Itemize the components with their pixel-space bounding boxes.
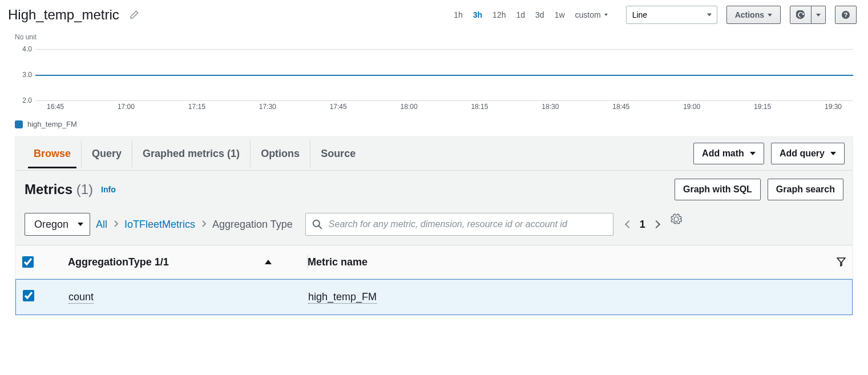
filter-icon[interactable] bbox=[837, 257, 846, 267]
metrics-title-text: Metrics bbox=[25, 182, 72, 197]
x-tick: 18:30 bbox=[542, 103, 559, 111]
graph-search-button[interactable]: Graph search bbox=[768, 179, 843, 200]
chart-type-select[interactable]: Line bbox=[626, 6, 717, 24]
x-tick: 18:45 bbox=[612, 103, 629, 111]
x-tick: 16:45 bbox=[47, 103, 64, 111]
add-query-label: Add query bbox=[780, 148, 825, 159]
x-tick: 18:15 bbox=[471, 103, 488, 111]
caret-down-icon bbox=[750, 152, 756, 155]
settings-icon[interactable] bbox=[671, 213, 682, 225]
chevron-right-icon bbox=[113, 220, 119, 229]
time-range-selector: 1h 3h 12h 1d 3d 1w custom bbox=[450, 8, 611, 22]
time-1w[interactable]: 1w bbox=[551, 8, 568, 22]
chart-data-line bbox=[35, 75, 853, 76]
tab-query[interactable]: Query bbox=[82, 140, 132, 168]
x-tick: 19:00 bbox=[683, 103, 700, 111]
time-12h[interactable]: 12h bbox=[489, 8, 509, 22]
x-tick: 19:15 bbox=[754, 103, 771, 111]
caret-down-icon bbox=[816, 14, 821, 17]
time-custom-label: custom bbox=[575, 10, 601, 19]
metric-chart: 4.0 3.0 2.0 16:45 17:00 17:15 17:30 17:4… bbox=[15, 43, 853, 118]
tab-options[interactable]: Options bbox=[251, 140, 310, 168]
region-select[interactable]: Oregon bbox=[25, 213, 90, 236]
pager-next-button[interactable] bbox=[652, 220, 660, 228]
gridline bbox=[35, 49, 853, 50]
pager-page-number: 1 bbox=[640, 219, 645, 231]
time-3d[interactable]: 3d bbox=[532, 8, 548, 22]
add-query-button[interactable]: Add query bbox=[771, 143, 845, 164]
graph-with-sql-button[interactable]: Graph with SQL bbox=[675, 179, 761, 200]
breadcrumb-namespace[interactable]: IoTFleetMetrics bbox=[124, 219, 195, 231]
column-aggtype-label: AggregationType 1/1 bbox=[68, 256, 169, 268]
search-icon bbox=[312, 219, 322, 229]
help-button[interactable]: ? bbox=[835, 6, 857, 24]
tab-source[interactable]: Source bbox=[310, 140, 366, 168]
caret-down-icon bbox=[604, 14, 608, 16]
svg-line-3 bbox=[319, 226, 322, 229]
y-tick: 4.0 bbox=[15, 45, 32, 53]
column-metric-label: Metric name bbox=[308, 256, 368, 268]
caret-down-icon bbox=[768, 14, 772, 17]
x-tick: 17:30 bbox=[259, 103, 276, 111]
time-custom[interactable]: custom bbox=[572, 8, 611, 22]
legend-series-name: high_temp_FM bbox=[27, 120, 77, 128]
refresh-icon bbox=[796, 10, 805, 19]
pager-prev-button[interactable] bbox=[625, 220, 633, 228]
x-tick: 19:30 bbox=[825, 103, 842, 111]
tab-graphed-metrics[interactable]: Graphed metrics (1) bbox=[132, 140, 251, 168]
time-1d[interactable]: 1d bbox=[512, 8, 528, 22]
x-tick: 17:15 bbox=[188, 103, 205, 111]
sort-asc-icon bbox=[265, 260, 272, 264]
row-aggtype-value: count bbox=[68, 291, 94, 304]
row-metric-name-value: high_temp_FM bbox=[308, 291, 377, 304]
time-1h[interactable]: 1h bbox=[450, 8, 466, 22]
info-link[interactable]: Info bbox=[101, 185, 116, 194]
edit-icon[interactable] bbox=[130, 10, 139, 19]
svg-point-2 bbox=[313, 220, 320, 227]
x-tick: 17:45 bbox=[330, 103, 347, 111]
breadcrumb-dimension: Aggregation Type bbox=[212, 219, 293, 231]
column-aggtype[interactable]: AggregationType 1/1 bbox=[68, 255, 308, 269]
chart-legend: high_temp_FM bbox=[15, 120, 853, 128]
metrics-heading: Metrics (1) bbox=[25, 182, 93, 197]
actions-button[interactable]: Actions bbox=[726, 6, 781, 24]
y-tick: 2.0 bbox=[15, 96, 32, 104]
refresh-options-button[interactable] bbox=[812, 6, 826, 24]
metrics-count: (1) bbox=[76, 182, 93, 197]
actions-label: Actions bbox=[735, 10, 764, 19]
table-row[interactable]: count high_temp_FM bbox=[15, 279, 853, 315]
add-math-label: Add math bbox=[702, 148, 744, 159]
chevron-right-icon bbox=[201, 220, 207, 229]
metrics-table: AggregationType 1/1 Metric name count hi… bbox=[15, 245, 853, 315]
breadcrumb-all[interactable]: All bbox=[96, 219, 107, 231]
svg-text:?: ? bbox=[844, 11, 848, 18]
add-math-button[interactable]: Add math bbox=[693, 143, 764, 164]
legend-color-swatch bbox=[15, 120, 23, 128]
page-title: High_temp_metric bbox=[8, 7, 119, 23]
y-axis-unit-label: No unit bbox=[15, 33, 853, 41]
x-axis: 16:45 17:00 17:15 17:30 17:45 18:00 18:1… bbox=[35, 103, 853, 111]
search-input[interactable] bbox=[305, 213, 613, 236]
column-metric-name[interactable]: Metric name bbox=[308, 256, 817, 268]
select-all-checkbox[interactable] bbox=[22, 256, 34, 268]
refresh-button[interactable] bbox=[790, 6, 812, 24]
time-3h[interactable]: 3h bbox=[470, 8, 486, 22]
help-icon: ? bbox=[841, 10, 850, 19]
caret-down-icon bbox=[830, 152, 836, 155]
x-tick: 17:00 bbox=[118, 103, 135, 111]
gridline bbox=[35, 100, 853, 101]
x-tick: 18:00 bbox=[401, 103, 418, 111]
tab-browse[interactable]: Browse bbox=[23, 140, 82, 168]
row-checkbox[interactable] bbox=[23, 290, 34, 301]
y-tick: 3.0 bbox=[15, 71, 32, 79]
